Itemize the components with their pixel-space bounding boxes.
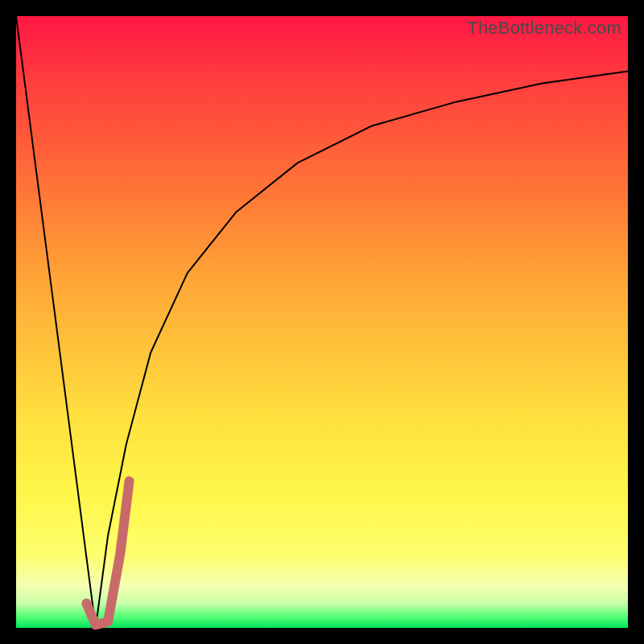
plot-area: TheBottleneck.com xyxy=(16,16,628,628)
bottleneck-left-line xyxy=(16,16,96,628)
bottleneck-right-curve xyxy=(96,71,628,628)
chart-svg xyxy=(16,16,628,628)
chart-frame: TheBottleneck.com xyxy=(0,0,644,644)
